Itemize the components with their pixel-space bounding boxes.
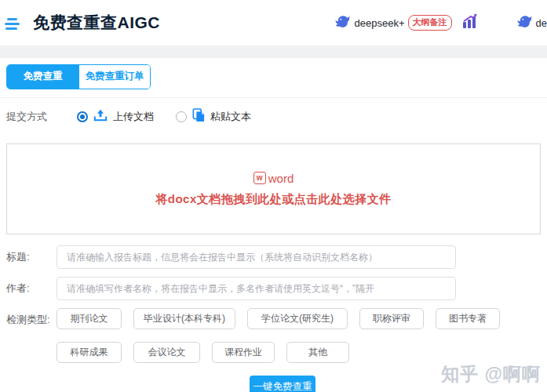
title-input[interactable] xyxy=(57,245,456,269)
word-file-icon: w xyxy=(253,172,266,184)
type-degree-thesis-button[interactable]: 学位论文(研究生) xyxy=(247,308,348,329)
type-research-result-button[interactable]: 科研成果 xyxy=(57,342,122,363)
detect-type-row2: 科研成果 会议论文 课程作业 其他 xyxy=(0,336,547,363)
whale-icon xyxy=(334,14,352,31)
title-label: 标题: xyxy=(6,250,57,264)
type-graduation-design-button[interactable]: 毕业设计(本科专科) xyxy=(133,308,235,329)
author-label: 作者: xyxy=(6,281,57,296)
menu-icon[interactable] xyxy=(5,18,20,30)
radio-upload-doc[interactable] xyxy=(77,111,88,122)
deepseek-label-partial: de xyxy=(536,17,547,29)
deepseek-link[interactable]: deepseek+ 大纲备注 xyxy=(334,14,452,31)
author-input[interactable] xyxy=(57,277,456,300)
author-row: 作者: xyxy=(0,277,547,300)
type-book-monograph-button[interactable]: 图书专著 xyxy=(436,308,500,329)
type-title-review-button[interactable]: 职称评审 xyxy=(359,308,424,329)
header-right: deepseek+ 大纲备注 de xyxy=(334,13,547,33)
radio-paste-text[interactable] xyxy=(176,111,187,122)
tab-group: 免费查重 免费查重订单 xyxy=(6,64,151,89)
upload-icon xyxy=(93,109,108,125)
tabs-section: 免费查重 免费查重订单 xyxy=(0,58,547,98)
detect-type-buttons-row1: 期刊论文 毕业设计(本科专科) 学位论文(研究生) 职称评审 图书专著 xyxy=(57,308,500,329)
header: 免费查重查AIGC deepseek+ 大纲备注 xyxy=(0,0,547,45)
file-dropzone[interactable]: w word 将docx文档拖拽到此处或点击此处选择文件 xyxy=(6,143,541,234)
deepseek-link-secondary[interactable]: de xyxy=(516,14,547,31)
divider-band xyxy=(0,45,547,58)
submit-method-label: 提交方式 xyxy=(6,110,57,124)
type-journal-paper-button[interactable]: 期刊论文 xyxy=(57,308,122,329)
whale-icon xyxy=(516,14,534,31)
dropzone-filetype: w word xyxy=(253,172,294,185)
upload-doc-label[interactable]: 上传文档 xyxy=(113,110,154,124)
type-conference-paper-button[interactable]: 会议论文 xyxy=(133,342,200,363)
zhihu-watermark: 知乎 @啊啊 xyxy=(441,362,541,387)
growth-chart-icon[interactable] xyxy=(461,13,479,33)
submit-method-row: 提交方式 上传文档 粘贴文本 xyxy=(0,108,547,125)
page-title: 免费查重查AIGC xyxy=(33,12,160,34)
dropzone-hint: 将docx文档拖拽到此处或点击此处选择文件 xyxy=(155,192,392,207)
word-file-label: word xyxy=(268,172,294,185)
type-course-homework-button[interactable]: 课程作业 xyxy=(212,342,275,363)
tab-free-check[interactable]: 免费查重 xyxy=(7,65,78,89)
detect-type-row: 检测类型: 期刊论文 毕业设计(本科专科) 学位论文(研究生) 职称评审 图书专… xyxy=(0,308,547,329)
outline-notes-badge: 大纲备注 xyxy=(408,15,452,31)
title-row: 标题: xyxy=(0,245,547,269)
type-other-button[interactable]: 其他 xyxy=(286,342,349,363)
detect-type-buttons-row2: 科研成果 会议论文 课程作业 其他 xyxy=(57,342,349,363)
free-check-submit-button[interactable]: 一键免费查重 xyxy=(250,376,315,392)
detect-type-label: 检测类型: xyxy=(6,308,57,327)
paste-icon xyxy=(192,108,205,125)
tab-free-check-orders[interactable]: 免费查重订单 xyxy=(78,65,150,89)
deepseek-label: deepseek+ xyxy=(355,17,405,29)
paste-text-label[interactable]: 粘贴文本 xyxy=(210,110,251,124)
submit-method-options: 上传文档 粘贴文本 xyxy=(77,108,251,125)
